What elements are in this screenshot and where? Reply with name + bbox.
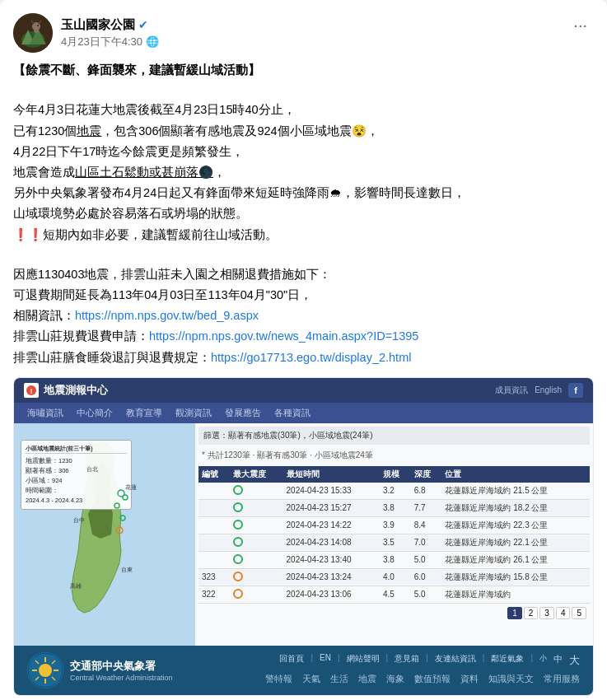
cwa-nav-area: 回首頁 | EN | 網站聲明 | 意見箱 | 友連結資訊 | 鄰近氣象 |	[182, 653, 580, 687]
content-line-12: 排雲山莊膳食睡袋退訂與退費規定：https://go17713.ego.tw/d…	[13, 348, 594, 367]
cell-mag: 3.8	[380, 499, 411, 516]
svg-text:台中: 台中	[73, 517, 85, 523]
cwa-logo-text-area: 交通部中央氣象署 Central Weather Administration	[70, 659, 172, 682]
cwa-nav-warning[interactable]: 警特報	[265, 671, 292, 687]
col-no: 編號	[198, 466, 230, 483]
page-btn-2[interactable]: 2	[524, 607, 539, 619]
cell-mag: 3.5	[380, 534, 411, 551]
cell-dot	[230, 534, 283, 551]
eq-nav-tsunami[interactable]: 海嘯資訊	[21, 403, 70, 423]
cell-time: 2024-04-23 14:08	[283, 534, 380, 551]
cwa-nav-home[interactable]: 回首頁	[279, 653, 304, 668]
cell-dot	[230, 586, 283, 603]
cell-no: 323	[198, 568, 230, 586]
svg-text:花蓮: 花蓮	[125, 484, 137, 490]
cell-mag: 3.9	[380, 516, 411, 534]
eq-filter-bar: 篩選：顯著有感地震(30筆)，小區域地震(24筆)	[198, 427, 590, 445]
link-3[interactable]: https://go17713.ego.tw/display_2.html	[211, 351, 411, 364]
eq-dot-green	[233, 554, 243, 564]
cell-dot	[230, 499, 283, 516]
page-name[interactable]: 玉山國家公園	[61, 17, 135, 33]
cwa-font-small[interactable]: 小	[539, 653, 547, 668]
eq-pagination: 1 2 3 4 5	[198, 604, 590, 623]
link-2[interactable]: https://npm.nps.gov.tw/news_4main.aspx?I…	[149, 329, 418, 343]
cwa-nav-earthquake[interactable]: 地震	[358, 671, 376, 687]
table-row[interactable]: 322 2024-04-23 13:06 4.5 5.0 花蓮縣近岸海域約	[198, 586, 590, 603]
cell-depth: 5.0	[411, 551, 442, 568]
col-location: 位置	[441, 466, 590, 483]
eq-nav-intro[interactable]: 中心簡介	[70, 403, 119, 423]
cwa-nav-statement[interactable]: 網站聲明	[347, 653, 380, 668]
avatar	[13, 13, 53, 53]
post-header-left: 玉山國家公園 ✔ 4月23日下午4:30 🌐	[13, 13, 159, 53]
cwa-nav-links[interactable]: 友連結資訊	[435, 653, 476, 668]
eq-nav-observation[interactable]: 觀測資訊	[169, 403, 218, 423]
cwa-nav-weather[interactable]: 天氣	[302, 671, 320, 687]
facebook-icon[interactable]: f	[568, 383, 583, 398]
cell-depth: 6.8	[411, 483, 442, 500]
cell-no	[198, 516, 230, 534]
link-1[interactable]: https://npm.nps.gov.tw/bed_9.aspx	[75, 309, 259, 322]
content-line-6: 山域環境勢必處於容易落石或坍塌的狀態。	[13, 204, 594, 223]
cell-depth: 6.0	[411, 568, 442, 586]
cell-depth: 7.7	[411, 499, 442, 516]
cwa-nav-ocean[interactable]: 海象	[386, 671, 404, 687]
eq-embed-body: 小區域地震統計(前三十筆) 地震數量：1230 顯著有感：306 小區域：924…	[14, 423, 593, 646]
cwa-nav-life[interactable]: 生活	[330, 671, 348, 687]
eq-embed: ! 地震測報中心 成員資訊 English f 海嘯資訊 中	[14, 378, 593, 695]
page-btn-4[interactable]: 4	[556, 607, 571, 619]
eq-nav-misc[interactable]: 各種資訊	[268, 403, 317, 423]
cwa-nav-data[interactable]: 資料	[460, 671, 479, 687]
eq-nav-education[interactable]: 教育宣導	[119, 403, 169, 423]
cell-time: 2024-04-23 15:33	[283, 483, 380, 500]
table-row[interactable]: 2024-04-23 14:08 3.5 7.0 花蓮縣近岸海域約 22.1 公…	[198, 534, 590, 551]
post-header: 玉山國家公園 ✔ 4月23日下午4:30 🌐 ···	[13, 13, 594, 53]
cwa-nav-astronomy[interactable]: 知識與天文	[488, 671, 534, 687]
cell-depth: 7.0	[411, 534, 442, 551]
content-line-11: 排雲山莊規費退費申請：https://npm.nps.gov.tw/news_4…	[13, 327, 594, 346]
page-wrapper: 玉山國家公園 ✔ 4月23日下午4:30 🌐 ··· 【餘震不斷、鋒面襲來，建議…	[0, 0, 607, 700]
eq-top-bar-lang1[interactable]: 成員資訊	[495, 385, 528, 396]
table-row[interactable]: 2024-04-23 15:33 3.2 6.8 花蓮縣近岸海域約 21.5 公…	[198, 483, 590, 500]
cell-dot	[230, 516, 283, 534]
cwa-nav-numforecast[interactable]: 數值預報	[414, 671, 451, 687]
more-options-button[interactable]: ···	[567, 13, 594, 36]
cell-no	[198, 483, 230, 500]
eq-dot-orange	[233, 572, 243, 581]
cwa-logo-area: 交通部中央氣象署 Central Weather Administration	[27, 652, 172, 688]
eq-nav-development[interactable]: 發展應告	[218, 403, 268, 423]
cell-mag: 3.2	[380, 483, 411, 500]
table-row[interactable]: 2024-04-23 14:22 3.9 8.4 花蓮縣近岸海域約 22.3 公…	[198, 516, 590, 534]
content-line-5: 另外中央氣象署發布4月24日起又有鋒面帶來短延時強降雨🌧，影響時間長達數日，	[13, 184, 594, 203]
post-card: 玉山國家公園 ✔ 4月23日下午4:30 🌐 ··· 【餘震不斷、鋒面襲來，建議…	[0, 0, 607, 700]
cell-time: 2024-04-23 14:22	[283, 516, 380, 534]
cell-no	[198, 551, 230, 568]
page-btn-1[interactable]: 1	[507, 607, 522, 619]
col-time: 最短時間	[283, 466, 380, 483]
cwa-nav-nearby[interactable]: 鄰近氣象	[491, 653, 524, 668]
eq-top-bar-lang2[interactable]: English	[535, 385, 562, 394]
svg-point-5	[34, 26, 39, 33]
page-btn-5[interactable]: 5	[572, 607, 586, 619]
globe-icon: 🌐	[146, 35, 159, 48]
eq-dot-green	[233, 485, 243, 495]
page-btn-3[interactable]: 3	[539, 607, 554, 619]
cwa-font-medium[interactable]: 中	[553, 653, 563, 668]
table-row[interactable]: 2024-04-23 15:27 3.8 7.7 花蓮縣近岸海域約 18.2 公…	[198, 499, 590, 516]
cwa-nav-common[interactable]: 常用服務	[544, 671, 580, 687]
cell-loc: 花蓮縣近岸海域約 22.1 公里	[441, 534, 590, 551]
col-mag: 最大震度	[230, 466, 283, 483]
table-row[interactable]: 323 2024-04-23 13:24 4.0 6.0 花蓮縣近岸海域約 15…	[198, 568, 590, 586]
cell-no	[198, 534, 230, 551]
page-name-row: 玉山國家公園 ✔	[61, 17, 159, 33]
svg-text:!: !	[30, 387, 33, 395]
eq-map-side: 小區域地震統計(前三十筆) 地震數量：1230 顯著有感：306 小區域：924…	[14, 423, 195, 646]
cwa-nav-top: 回首頁 | EN | 網站聲明 | 意見箱 | 友連結資訊 | 鄰近氣象 |	[182, 653, 580, 668]
cwa-nav-en[interactable]: EN	[320, 653, 331, 668]
cwa-font-large[interactable]: 大	[569, 653, 580, 668]
cwa-nav-feedback[interactable]: 意見箱	[395, 653, 419, 668]
content-line-4: 地震會造成山區土石鬆動或甚崩落🌑，	[13, 163, 594, 182]
table-row[interactable]: 2024-04-23 13:40 3.8 5.0 花蓮縣近岸海域約 26.1 公…	[198, 551, 590, 568]
cell-loc: 花蓮縣近岸海域約 22.3 公里	[441, 516, 590, 534]
cell-mag: 3.8	[380, 551, 411, 568]
